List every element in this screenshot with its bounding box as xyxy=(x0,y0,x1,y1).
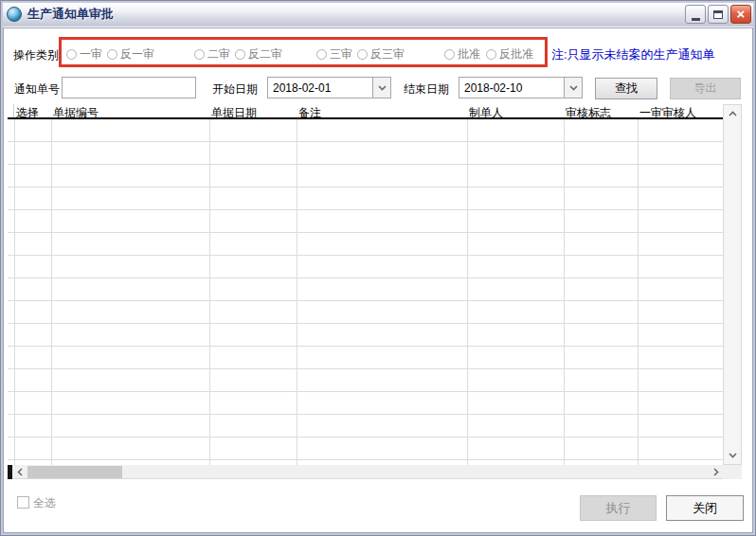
select-all-label: 全选 xyxy=(33,495,56,511)
radio-option[interactable]: 一审 xyxy=(66,46,102,63)
close-icon: × xyxy=(737,7,746,21)
end-date-label: 结束日期 xyxy=(404,81,449,98)
horizontal-scrollbar[interactable] xyxy=(8,465,723,479)
grid-header-row: 选择 单据编号 单据日期 备注 制单人 审核标志 一审审核人 xyxy=(8,104,723,119)
radio-label: 反三审 xyxy=(370,46,405,63)
radio-option[interactable]: 批准 xyxy=(444,46,480,63)
radio-label: 三审 xyxy=(330,46,352,63)
scroll-up-icon[interactable] xyxy=(724,106,741,121)
radio-option[interactable]: 反一审 xyxy=(107,46,154,63)
radio-option[interactable]: 反二审 xyxy=(235,46,282,63)
radio-label: 一审 xyxy=(80,46,102,63)
notice-number-input[interactable] xyxy=(62,77,196,98)
column-header: 制单人 xyxy=(467,104,564,117)
radio-option[interactable]: 三审 xyxy=(316,46,352,63)
search-button[interactable]: 查找 xyxy=(595,78,657,99)
grid-column-divider xyxy=(467,119,468,465)
export-button[interactable]: 导出 xyxy=(670,78,741,99)
operation-type-label: 操作类别 xyxy=(13,47,59,63)
select-all-checkbox[interactable] xyxy=(17,496,29,509)
radio-label: 批准 xyxy=(458,46,480,63)
grid-body xyxy=(8,119,723,465)
window-controls: × xyxy=(685,5,751,24)
radio-icon xyxy=(316,49,327,60)
radio-icon xyxy=(444,49,455,60)
close-dialog-button[interactable]: 关闭 xyxy=(666,495,744,521)
grid-column-headers: 选择 单据编号 单据日期 备注 制单人 审核标志 一审审核人 xyxy=(14,104,723,117)
radio-icon xyxy=(107,49,117,60)
globe-icon xyxy=(7,7,22,22)
maximize-icon xyxy=(713,10,723,19)
grid-column-divider xyxy=(51,119,52,465)
radio-label: 二审 xyxy=(207,46,230,63)
minimize-button[interactable] xyxy=(685,5,706,24)
column-header: 选择 xyxy=(14,104,51,117)
radio-icon xyxy=(66,49,77,60)
operation-radio-group: 一审 反一审 二审 反二审 三审 反三审 xyxy=(66,46,533,62)
notice-number-label: 通知单号 xyxy=(14,81,60,98)
grid-corner-cell xyxy=(8,104,14,117)
column-header: 审核标志 xyxy=(564,104,638,117)
grid-column-divider xyxy=(297,119,297,465)
start-date-label: 开始日期 xyxy=(212,81,258,98)
grid-column-divider xyxy=(564,119,565,465)
radio-option[interactable]: 二审 xyxy=(194,46,230,63)
titlebar[interactable]: 生产通知单审批 × xyxy=(2,2,754,27)
grid-column-divider xyxy=(638,119,639,465)
grid-column-divider xyxy=(209,119,210,465)
radio-option[interactable]: 反批准 xyxy=(486,46,533,63)
scroll-left-icon[interactable] xyxy=(13,465,27,479)
scrollbar-thumb[interactable] xyxy=(27,466,122,478)
radio-icon xyxy=(194,49,205,60)
chevron-down-icon[interactable] xyxy=(372,78,390,98)
radio-icon xyxy=(486,49,496,60)
execute-button[interactable]: 执行 xyxy=(580,495,657,521)
radio-label: 反批准 xyxy=(499,46,533,63)
column-header: 单据日期 xyxy=(209,104,297,117)
approval-dialog-window: 生产通知单审批 × 操作类别 一审 反一审 二审 xyxy=(0,0,756,536)
grid-column-divider xyxy=(14,119,15,465)
vertical-scrollbar[interactable] xyxy=(723,104,742,465)
window-title: 生产通知单审批 xyxy=(27,6,114,23)
start-date-value: 2018-02-01 xyxy=(268,78,372,98)
radio-icon xyxy=(235,49,245,60)
end-date-value: 2018-02-10 xyxy=(459,78,564,98)
scrollbar-corner xyxy=(723,465,742,479)
data-grid: 选择 单据编号 单据日期 备注 制单人 审核标志 一审审核人 xyxy=(8,104,742,479)
column-header: 一审审核人 xyxy=(638,104,723,117)
radio-option[interactable]: 反三审 xyxy=(357,46,405,63)
minimize-icon xyxy=(692,18,700,21)
close-button[interactable]: × xyxy=(730,5,751,24)
maximize-button[interactable] xyxy=(708,5,729,24)
radio-label: 反二审 xyxy=(248,46,282,63)
chevron-down-icon[interactable] xyxy=(564,78,582,98)
scrollbar-mark xyxy=(8,465,12,479)
radio-label: 反一审 xyxy=(120,46,154,63)
start-date-select[interactable]: 2018-02-01 xyxy=(267,77,391,98)
scroll-down-icon[interactable] xyxy=(724,448,741,463)
note-text: 注:只显示未结案的生产通知单 xyxy=(551,46,715,63)
column-header: 单据编号 xyxy=(51,104,209,117)
end-date-select[interactable]: 2018-02-10 xyxy=(459,77,583,98)
radio-icon xyxy=(357,49,368,60)
scroll-right-icon[interactable] xyxy=(710,465,723,479)
column-header: 备注 xyxy=(297,104,467,117)
